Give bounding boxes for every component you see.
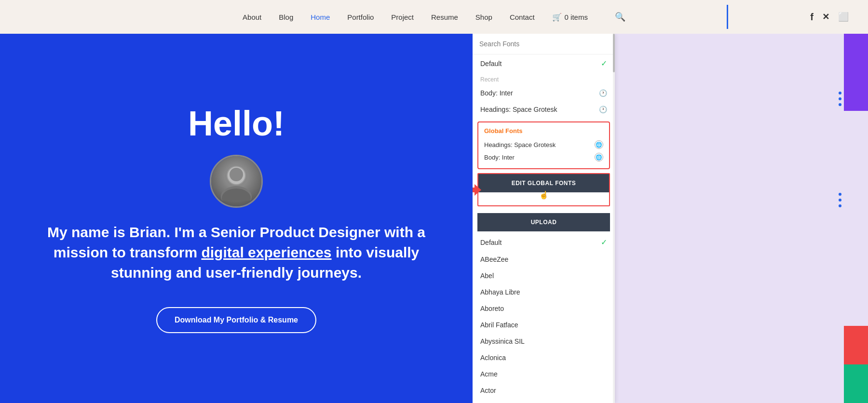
font-list-item-default[interactable]: Default ✓ — [473, 233, 615, 251]
nav-links: About Blog Home Portfolio Project Resume… — [243, 12, 625, 22]
font-search-input[interactable] — [479, 40, 608, 48]
font-body-inter-label: Body: Inter — [480, 89, 513, 97]
font-list-label: Acme — [480, 370, 498, 378]
font-list-item-abhaya[interactable]: Abhaya Libre — [473, 284, 615, 300]
cart-icon: 🛒 — [552, 13, 562, 22]
font-item-default-top[interactable]: Default ✓ — [473, 54, 615, 72]
font-item-body-inter[interactable]: Body: Inter 🕐 — [473, 85, 615, 101]
dot — [839, 97, 841, 100]
font-headings-space-label: Headings: Space Grotesk — [480, 106, 557, 113]
instagram-icon[interactable]: ⬜ — [838, 12, 849, 23]
nav-about[interactable]: About — [243, 13, 261, 21]
global-headings-label: Headings: Space Grotesk — [484, 141, 556, 148]
font-item-headings-space[interactable]: Headings: Space Grotesk 🕐 — [473, 101, 615, 118]
font-list-item-abyssinica[interactable]: Abyssinica SIL — [473, 333, 615, 349]
font-list-label: Abyssinica SIL — [480, 337, 525, 345]
nav-blog[interactable]: Blog — [279, 13, 293, 21]
font-list-label: Abhaya Libre — [480, 288, 520, 296]
clock-icon-2: 🕐 — [599, 106, 607, 113]
twitter-icon[interactable]: ✕ — [822, 12, 829, 23]
cart-label: 0 items — [565, 13, 588, 21]
hero-body-link[interactable]: digital experiences — [201, 244, 331, 260]
nav-divider — [727, 5, 728, 29]
hero-body-text: My name is Brian. I'm a Senior Product D… — [43, 222, 429, 283]
nav-home[interactable]: Home — [311, 13, 330, 21]
font-list-item-abril[interactable]: Abril Fatface — [473, 317, 615, 333]
recent-label: Recent — [473, 72, 615, 85]
dot — [839, 103, 841, 106]
side-dots-top — [839, 92, 841, 106]
check-icon-default: ✓ — [601, 238, 607, 247]
font-panel: Default ✓ Recent Body: Inter 🕐 Headings:… — [473, 34, 615, 403]
font-list-item-acme[interactable]: Acme — [473, 366, 615, 382]
nav-cart[interactable]: 🛒 0 items — [552, 13, 588, 22]
hero-section: Hello! My name is Brian. I'm a Senior Pr… — [0, 34, 473, 403]
navigation: About Blog Home Portfolio Project Resume… — [0, 0, 868, 34]
dot — [839, 204, 841, 207]
side-dots-bottom — [839, 193, 841, 207]
clock-icon: 🕐 — [599, 89, 607, 97]
font-list-item-aboreto[interactable]: Aboreto — [473, 300, 615, 317]
nav-project[interactable]: Project — [391, 13, 414, 21]
dot — [839, 92, 841, 94]
font-list-label: Aclonica — [480, 354, 506, 362]
arrow-body — [473, 188, 475, 192]
dot — [839, 193, 841, 196]
font-list-label: Default — [480, 239, 502, 246]
font-search-area[interactable] — [473, 34, 615, 54]
font-list-label: Actor — [480, 387, 496, 394]
facebook-icon[interactable]: f — [810, 12, 814, 23]
global-fonts-box: Global Fonts Headings: Space Grotesk 🌐 B… — [477, 121, 610, 169]
right-panel-area: Default ✓ Recent Body: Inter 🕐 Headings:… — [473, 34, 868, 403]
nav-portfolio[interactable]: Portfolio — [347, 13, 374, 21]
accent-red — [844, 326, 868, 364]
font-list-item-abel[interactable]: Abel — [473, 268, 615, 284]
avatar-image — [211, 156, 261, 206]
scroll-thumb[interactable] — [613, 34, 615, 72]
font-list-label: Abril Fatface — [480, 321, 518, 329]
nav-resume[interactable]: Resume — [431, 13, 458, 21]
edit-global-fonts-wrapper: EDIT GLOBAL FONTS ☝ — [477, 173, 610, 206]
global-body-label: Body: Inter — [484, 154, 515, 161]
global-fonts-title: Global Fonts — [484, 127, 603, 134]
dot — [839, 199, 841, 202]
globe-icon-2: 🌐 — [595, 153, 603, 161]
cursor-indicator: ☝ — [478, 188, 609, 202]
scrollbar[interactable] — [613, 34, 615, 403]
globe-icon: 🌐 — [595, 140, 603, 149]
hero-cta-button[interactable]: Download My Portfolio & Resume — [156, 307, 316, 333]
font-list-item-abeezee[interactable]: ABeeZee — [473, 251, 615, 268]
global-font-body[interactable]: Body: Inter 🌐 — [484, 151, 603, 163]
upload-button[interactable]: UPLOAD — [477, 213, 610, 231]
font-list-item-aclonica[interactable]: Aclonica — [473, 349, 615, 366]
accent-green — [844, 364, 868, 403]
nav-contact[interactable]: Contact — [510, 13, 535, 21]
nav-shop[interactable]: Shop — [475, 13, 492, 21]
font-default-label: Default — [480, 60, 502, 67]
font-list-label: Aboreto — [480, 305, 504, 312]
svg-point-3 — [230, 168, 243, 181]
global-font-headings[interactable]: Headings: Space Grotesk 🌐 — [484, 138, 603, 151]
font-list: Default ✓ ABeeZee Abel Abhaya Libre Abor… — [473, 233, 615, 403]
accent-purple — [844, 34, 868, 111]
avatar — [210, 155, 263, 208]
search-icon[interactable]: 🔍 — [615, 12, 625, 22]
font-list-label: ABeeZee — [480, 255, 508, 263]
hero-title: Hello! — [188, 104, 285, 143]
font-list-label: Abel — [480, 272, 494, 280]
nav-social: f ✕ ⬜ — [810, 12, 849, 23]
check-icon: ✓ — [601, 59, 607, 68]
font-list-item-actor[interactable]: Actor — [473, 382, 615, 399]
font-list-item-adamina[interactable]: Adamina — [473, 399, 615, 403]
